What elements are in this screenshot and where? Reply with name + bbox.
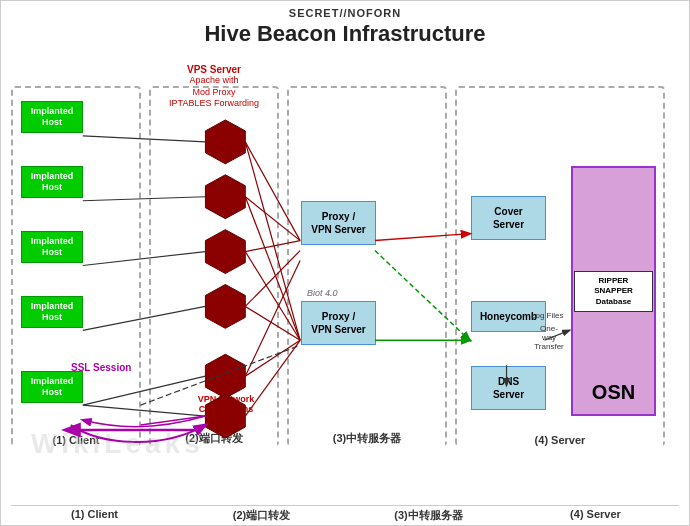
implanted-host-3: ImplantedHost [21, 231, 83, 263]
bottom-label-relay: (2)端口转发 [178, 508, 345, 523]
proxy-box-2: Proxy /VPN Server [301, 301, 376, 345]
bottom-label-transit: (3)中转服务器 [345, 508, 512, 523]
log-files-label: Log Files [531, 311, 563, 320]
classification-label: SECRET//NOFORN [1, 7, 689, 19]
one-way-transfer-label: One-wayTransfer [529, 324, 569, 351]
implanted-host-4: ImplantedHost [21, 296, 83, 328]
server-label: (4) Server [457, 434, 663, 446]
vps-label: VPS Server Apache withMod ProxyIPTABLES … [159, 64, 269, 110]
cover-server: CoverServer [471, 196, 546, 240]
transit-label: (3)中转服务器 [289, 431, 445, 446]
biot-label: Biot 4.0 [307, 288, 338, 298]
bottom-label-server: (4) Server [512, 508, 679, 523]
header: SECRET//NOFORN Hive Beacon Infrastructur… [1, 1, 689, 47]
proxy-box-1: Proxy /VPN Server [301, 201, 376, 245]
ssl-session-label: SSL Session [71, 362, 131, 373]
watermark: WikiLeaks [31, 428, 204, 460]
section-transit: (3)中转服务器 [287, 86, 447, 446]
ripper-db: RIPPERSNAPPERDatabase [574, 271, 653, 312]
implanted-host-2: ImplantedHost [21, 166, 83, 198]
diagram: (1) Client (2)端口转发 (3)中转服务器 (4) Server V… [11, 56, 679, 495]
dns-server: DNSServer [471, 366, 546, 410]
implanted-host-1: ImplantedHost [21, 101, 83, 133]
page-title: Hive Beacon Infrastructure [1, 21, 689, 47]
page-container: SECRET//NOFORN Hive Beacon Infrastructur… [0, 0, 690, 526]
section-relay: (2)端口转发 [149, 86, 279, 446]
implanted-host-5: ImplantedHost [21, 371, 83, 403]
bottom-label-client: (1) Client [11, 508, 178, 523]
bottom-labels: (1) Client (2)端口转发 (3)中转服务器 (4) Server [11, 505, 679, 525]
vpn-connections-label: VPN Network Connections [176, 394, 276, 414]
